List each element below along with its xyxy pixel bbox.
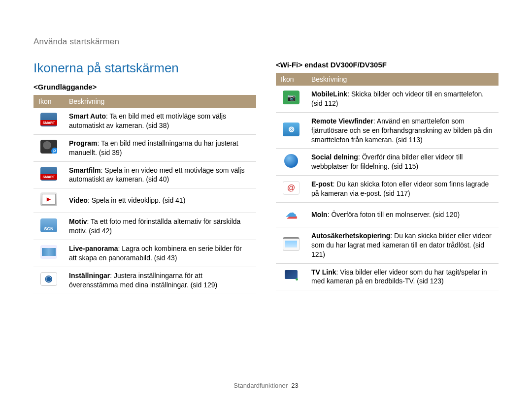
row-title: TV Link (311, 268, 336, 276)
page-footer: Standardfunktioner 23 (0, 382, 532, 389)
row-title: Smart Auto (69, 112, 106, 120)
row-title: Program (69, 139, 98, 147)
table-row: Program: Ta en bild med inställningarna … (33, 134, 256, 161)
row-title: E-post (311, 180, 333, 188)
footer-label: Standardfunktioner (233, 382, 288, 389)
video-icon (40, 192, 57, 206)
smart-auto-icon (40, 113, 57, 126)
row-title: Motiv (69, 217, 87, 225)
table-row: Remote Viewfinder: Använd en smarttelefo… (276, 112, 499, 149)
email-icon (283, 181, 299, 195)
smartfilm-icon (40, 167, 57, 181)
table-row: Autosäkerhetskopiering: Du kan skicka bi… (276, 227, 499, 263)
right-table: Ikon Beskrivning MobileLink: Skicka bild… (276, 73, 499, 290)
row-title: Inställningar (69, 272, 110, 279)
auto-backup-icon (283, 237, 299, 251)
table-row: Smartfilm: Spela in en video med ett mot… (33, 161, 256, 188)
tv-link-icon (283, 269, 299, 282)
row-title: Remote Viewfinder (311, 117, 373, 125)
table-row: Smart Auto: Ta en bild med ett motivläge… (33, 108, 256, 134)
page-number: 23 (291, 382, 298, 389)
th-desc: Beskrivning (306, 73, 499, 86)
th-icon: Ikon (33, 95, 64, 108)
row-title: MobileLink (311, 90, 347, 98)
row-text: : Överföra foton till en molnserver. (si… (328, 211, 460, 218)
mobilelink-icon (283, 91, 299, 104)
breadcrumb-section: Använda startskärmen (33, 37, 499, 47)
row-text: : Spela in ett videoklipp. (sid 41) (88, 196, 185, 204)
table-row: MobileLink: Skicka bilder och videor til… (276, 86, 499, 112)
right-subheading: <Wi-Fi> endast DV300F/DV305F (276, 61, 499, 69)
row-text: : Visa bilder eller videor som du har ta… (311, 268, 487, 285)
row-title: Social delning (311, 153, 358, 161)
left-subheading: <Grundläggande> (33, 83, 256, 91)
cloud-icon (283, 207, 299, 220)
table-row: Social delning: Överför dina bilder elle… (276, 149, 499, 176)
row-title: Smartfilm (69, 166, 101, 174)
table-row: Inställningar: Justera inställningarna f… (33, 267, 256, 294)
row-title: Moln (311, 211, 328, 218)
table-row: Live-panorama: Lagra och kombinera en se… (33, 240, 256, 267)
remote-viewfinder-icon (283, 123, 299, 136)
row-text: : Du kan skicka foton eller videor som f… (311, 180, 489, 197)
th-icon: Ikon (276, 73, 306, 86)
table-row: E-post: Du kan skicka foton eller videor… (276, 176, 499, 203)
left-column: Ikonerna på startskärmen <Grundläggande>… (33, 61, 256, 294)
program-icon (40, 140, 57, 154)
social-share-icon (284, 154, 298, 168)
table-row: TV Link: Visa bilder eller videor som du… (276, 263, 499, 290)
row-text: : Ta ett foto med förinställda alternati… (69, 217, 240, 235)
table-row: Motiv: Ta ett foto med förinställda alte… (33, 213, 256, 240)
panorama-icon (40, 245, 57, 259)
page-title: Ikonerna på startskärmen (33, 61, 256, 76)
table-row: Video: Spela in ett videoklipp. (sid 41) (33, 188, 256, 213)
row-title: Live-panorama (69, 245, 118, 252)
motiv-icon (40, 218, 57, 232)
row-title: Video (69, 196, 88, 204)
th-desc: Beskrivning (64, 95, 256, 108)
right-column: <Wi-Fi> endast DV300F/DV305F Ikon Beskri… (276, 61, 499, 290)
left-table: Ikon Beskrivning Smart Auto: Ta en bild … (33, 95, 256, 294)
row-title: Autosäkerhetskopiering (311, 232, 390, 240)
table-row: Moln: Överföra foton till en molnserver.… (276, 203, 499, 227)
settings-icon (40, 272, 57, 286)
